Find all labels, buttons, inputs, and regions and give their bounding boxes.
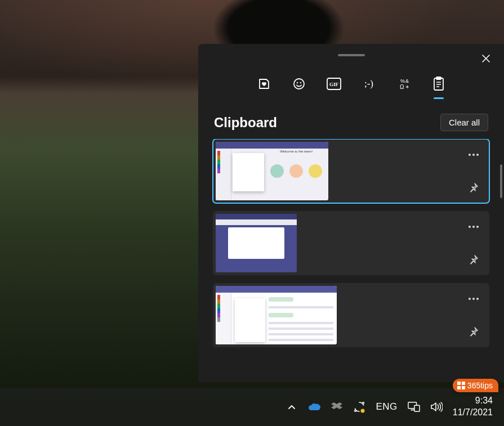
- pin-icon: [469, 326, 479, 337]
- dropbox-icon: [331, 402, 342, 412]
- clipboard-item[interactable]: Welcome to the team!: [213, 139, 489, 203]
- more-icon: [468, 225, 479, 228]
- tray-chevron-up[interactable]: [286, 401, 298, 413]
- clipboard-thumbnail: Welcome to the team!: [216, 142, 328, 200]
- close-button[interactable]: [478, 51, 494, 66]
- monitor-icon: [408, 401, 420, 413]
- tray-network-monitor[interactable]: [408, 401, 420, 413]
- input-panel: GIF ;-) % & Ω + Clip: [198, 44, 504, 382]
- tab-gif[interactable]: GIF: [325, 75, 342, 92]
- tray-dropbox[interactable]: [331, 401, 343, 413]
- sticker-heart-icon: [257, 77, 271, 91]
- taskbar-clock[interactable]: 9:34 11/7/2021: [453, 395, 493, 419]
- clock-time: 9:34: [453, 395, 493, 407]
- svg-point-17: [476, 154, 479, 156]
- more-icon: [468, 153, 479, 156]
- svg-rect-27: [414, 405, 420, 411]
- tab-emoji[interactable]: [291, 75, 307, 92]
- svg-point-20: [476, 226, 479, 228]
- tray-volume[interactable]: [430, 401, 443, 413]
- svg-text:+: +: [405, 83, 409, 90]
- more-icon: [468, 297, 479, 301]
- svg-point-15: [469, 154, 471, 156]
- symbols-icon: % & Ω +: [397, 77, 411, 91]
- chevron-up-icon: [288, 404, 296, 410]
- tray-sync[interactable]: [353, 401, 365, 413]
- svg-text:Ω: Ω: [400, 84, 404, 90]
- close-icon: [481, 54, 490, 63]
- svg-point-22: [472, 298, 475, 300]
- onedrive-icon: [308, 402, 320, 411]
- svg-point-23: [476, 298, 479, 300]
- pin-button[interactable]: [466, 252, 481, 267]
- tab-kaomoji[interactable]: ;-): [360, 75, 377, 92]
- drag-handle[interactable]: [338, 54, 365, 56]
- pin-icon: [469, 254, 479, 264]
- tab-symbols[interactable]: % & Ω +: [395, 75, 412, 92]
- kaomoji-icon: ;-): [361, 78, 377, 89]
- tab-stickers[interactable]: [256, 75, 273, 92]
- svg-point-1: [296, 82, 297, 83]
- clipboard-thumbnail: [216, 286, 337, 344]
- clipboard-item[interactable]: [213, 211, 489, 275]
- clipboard-icon: [432, 77, 445, 91]
- emoji-icon: [292, 77, 306, 91]
- clipboard-title: Clipboard: [214, 115, 277, 131]
- clipboard-list[interactable]: Welcome to the team!: [198, 139, 504, 382]
- svg-rect-26: [411, 410, 414, 411]
- pin-button[interactable]: [466, 324, 481, 339]
- tab-bar: GIF ;-) % & Ω +: [198, 75, 504, 92]
- clipboard-header: Clipboard Clear all: [198, 92, 504, 139]
- svg-point-18: [469, 226, 471, 228]
- svg-point-21: [469, 298, 471, 300]
- sync-icon: [353, 401, 365, 413]
- svg-text:;-): ;-): [364, 78, 373, 89]
- watermark-badge: 365tips: [453, 379, 498, 392]
- svg-point-19: [472, 226, 475, 228]
- tab-clipboard[interactable]: [430, 75, 447, 92]
- gif-icon: GIF: [327, 78, 341, 90]
- clipboard-item[interactable]: [213, 283, 489, 347]
- clock-date: 11/7/2021: [453, 407, 493, 419]
- more-options-button[interactable]: [466, 147, 481, 163]
- watermark-text: 365tips: [467, 381, 493, 390]
- svg-point-16: [472, 154, 475, 156]
- svg-point-24: [361, 409, 365, 413]
- clear-all-button[interactable]: Clear all: [440, 114, 488, 131]
- language-indicator[interactable]: ENG: [376, 401, 397, 412]
- svg-point-0: [294, 79, 304, 89]
- more-options-button[interactable]: [466, 291, 481, 307]
- svg-text:GIF: GIF: [329, 82, 338, 87]
- pin-icon: [469, 182, 479, 192]
- svg-point-2: [300, 82, 301, 83]
- svg-text:%: %: [400, 78, 405, 84]
- more-options-button[interactable]: [466, 219, 481, 235]
- tray-onedrive[interactable]: [308, 401, 320, 413]
- pin-button[interactable]: [466, 180, 481, 195]
- volume-icon: [430, 401, 443, 412]
- clipboard-thumbnail: [216, 214, 297, 272]
- taskbar: ENG 9:34 11/7/2021: [0, 388, 504, 426]
- scrollbar-thumb[interactable]: [500, 164, 502, 198]
